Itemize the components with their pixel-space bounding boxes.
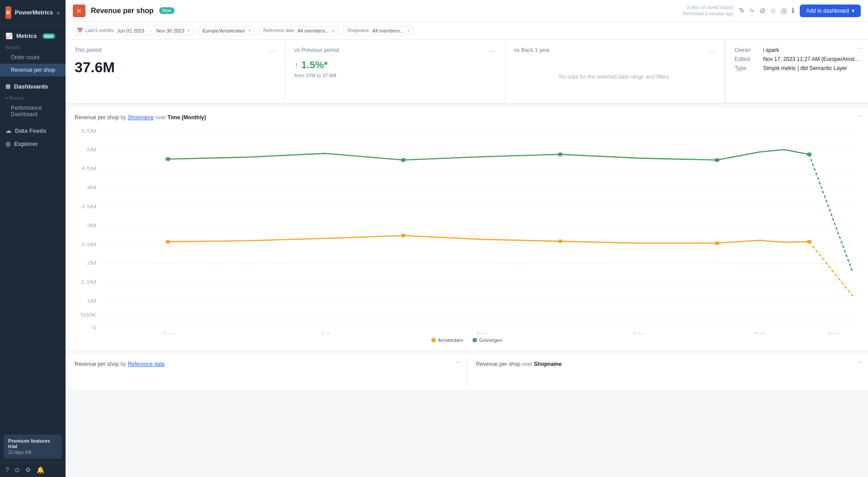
add-dashboard-caret: ▾ (852, 8, 854, 14)
owner-value: i spark (763, 47, 779, 53)
type-value: Simple metric | dbt Semantic Layer (763, 65, 847, 71)
sidebar-item-revenue-per-shop[interactable]: Revenue per shop (0, 64, 66, 76)
dashboards-recent-label: ▾ Recent (0, 93, 66, 102)
svg-point-24 (165, 157, 170, 161)
bottom-chart-1-dimension[interactable]: Reference date (127, 361, 165, 367)
svg-text:Oct: Oct (754, 332, 765, 334)
dashboards-icon: ⊞ (5, 83, 10, 90)
svg-text:Aug: Aug (476, 332, 488, 334)
chart-dimension[interactable]: Shopname (127, 114, 154, 121)
svg-text:2.5M: 2.5M (81, 241, 97, 247)
revenue-per-shop-label: Revenue per shop (11, 67, 55, 73)
vs-back-menu[interactable]: ⋯ (708, 47, 716, 56)
bottom-chart-title-1: Revenue per shop by Reference date (75, 361, 458, 367)
bottom-chart-1-menu[interactable]: ⋯ (456, 359, 461, 365)
add-to-dashboard-button[interactable]: Add to dashboard ▾ (800, 5, 861, 17)
sidebar-item-performance-dashboard[interactable]: Performance Dashboard (0, 102, 66, 121)
explorer-icon: ◎ (5, 140, 10, 147)
sidebar-collapse-button[interactable]: « (57, 9, 60, 16)
recent-section-label: Recent (0, 42, 66, 51)
legend-amsterdam[interactable]: Amsterdam (431, 337, 463, 343)
sidebar-nav: 📈 Metrics New Recent Order count Revenue… (0, 26, 66, 431)
dashboards-label: Dashboards (14, 83, 48, 90)
filterbar: 📅 Last 6 months Jun 01 2023 → Nov 30 202… (66, 22, 868, 40)
main-content: ✕ Revenue per shop New 0 days of stored … (66, 0, 868, 477)
no-data-message: No data for the selected date range and … (514, 74, 716, 80)
svg-point-29 (165, 240, 170, 243)
edited-value: Nov 17, 2023 11:27 AM (Europe/Amst... (763, 56, 859, 62)
svg-text:Jun: Jun (162, 332, 173, 334)
legend-groningen[interactable]: Groningen (472, 337, 502, 343)
sidebar-item-data-feeds[interactable]: ☁ Data Feeds (0, 124, 66, 137)
svg-point-26 (558, 153, 563, 156)
svg-text:500K: 500K (80, 312, 96, 318)
svg-text:Sep: Sep (632, 332, 645, 334)
info-icon[interactable]: ℹ (792, 6, 794, 15)
logo-icon: ✕ (5, 6, 11, 19)
owner-label: Owner (735, 47, 760, 53)
vs-previous-change: ↑ 1.5%* (294, 59, 495, 71)
block-icon[interactable]: ⊘ (760, 6, 765, 15)
svg-text:3.5M: 3.5M (81, 204, 97, 210)
bottom-chart-2-menu[interactable]: ⋯ (857, 359, 863, 365)
this-period-menu[interactable]: ⋯ (269, 47, 276, 56)
bottom-chart-1-pre: Revenue per shop (75, 361, 119, 367)
change-value: 1.5%* (301, 59, 328, 71)
settings-icon[interactable]: ⚙ (25, 466, 31, 473)
svg-text:1.5M: 1.5M (81, 279, 97, 285)
chart-title-by: by (120, 114, 126, 121)
logo-text: PowerMetrics (15, 9, 53, 16)
refresh-meta: 0 days of stored history Refreshed 4 min… (683, 5, 734, 17)
page-title: Revenue per shop (91, 7, 154, 15)
line-chart-container: 5.5M 5M 4.5M 4M 3.5M 3M 2.5M 2M 1.5M 1M … (75, 126, 859, 334)
svg-point-27 (715, 158, 720, 162)
star-icon[interactable]: ☆ (770, 6, 776, 15)
svg-point-28 (807, 153, 811, 156)
shopname-label: Shopname (347, 28, 369, 33)
date-filter[interactable]: 📅 Last 6 months Jun 01 2023 → Nov 30 202… (73, 26, 194, 35)
order-count-label: Order count (11, 54, 39, 61)
date-to: Nov 30 2023 (156, 28, 184, 33)
chart-menu[interactable]: ⋯ (857, 112, 863, 119)
share-icon[interactable]: ⤷ (749, 6, 755, 15)
svg-text:4.5M: 4.5M (81, 166, 97, 172)
topbar: ✕ Revenue per shop New 0 days of stored … (66, 0, 868, 22)
vs-previous-menu[interactable]: ⋯ (489, 47, 496, 56)
vs-previous-title: vs Previous period (294, 47, 339, 53)
timezone-label: Europe/Amsterdam (203, 28, 245, 33)
sidebar-item-dashboards[interactable]: ⊞ Dashboards (0, 80, 66, 93)
shopname-filter[interactable]: Shopname All members... ▾ (343, 26, 414, 35)
edit-icon[interactable]: ✎ (739, 6, 745, 15)
bottom-chart-2-pre: Revenue per shop (476, 361, 520, 367)
help-icon[interactable]: ? (5, 466, 9, 473)
bottom-chart-reference-date: Revenue per shop by Reference date ⋯ (66, 354, 467, 390)
new-badge: New (159, 7, 175, 14)
sidebar-item-order-count[interactable]: Order count (0, 51, 66, 64)
chart-title: Revenue per shop by Shopname over Time (… (75, 114, 859, 121)
ref-value: All members... (297, 28, 329, 33)
edited-label: Edited (735, 56, 760, 62)
reference-date-filter[interactable]: Reference date All members... ▾ (259, 26, 339, 35)
svg-text:1M: 1M (87, 298, 96, 304)
chart-time: Time (Monthly) (168, 114, 206, 121)
timezone-filter[interactable]: Europe/Amsterdam ▾ (198, 26, 255, 35)
target-icon[interactable]: ◎ (781, 6, 787, 15)
sidebar-item-metrics[interactable]: 📈 Metrics New (0, 29, 66, 42)
this-period-value: 37.6M (75, 59, 276, 76)
line-chart: 5.5M 5M 4.5M 4M 3.5M 3M 2.5M 2M 1.5M 1M … (75, 126, 859, 334)
svg-point-30 (401, 234, 406, 237)
shopname-value: All members... (373, 28, 404, 33)
metrics-label: Metrics (16, 33, 37, 39)
notifications-icon[interactable]: 🔔 (37, 466, 44, 473)
info-panel-menu[interactable]: ⋯ (857, 45, 863, 51)
svg-text:2M: 2M (87, 260, 96, 266)
up-arrow-icon: ↑ (294, 61, 298, 70)
premium-trial-box[interactable]: Premium features trial 10 days left (4, 435, 62, 458)
vs-previous-subtitle: from 37M to 37.6M (294, 73, 495, 78)
metric-icon: ✕ (73, 5, 85, 17)
ref-label: Reference date (264, 28, 294, 33)
circle-icon[interactable]: ⊙ (14, 466, 20, 473)
sidebar-item-explorer[interactable]: ◎ Explorer (0, 137, 66, 150)
logo-name: PowerMetrics (15, 9, 53, 16)
svg-text:Nov: Nov (828, 332, 840, 334)
